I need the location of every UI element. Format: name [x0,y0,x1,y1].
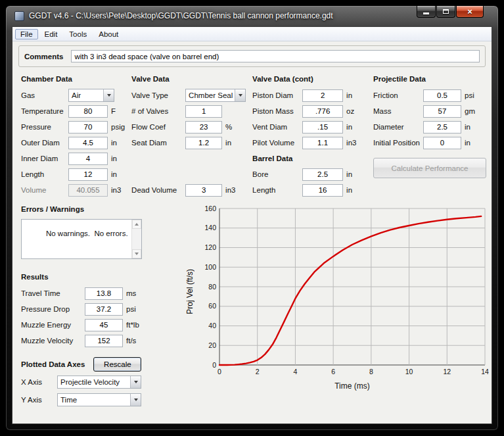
friction-label: Friction [373,91,423,99]
flow-coef-unit: % [225,123,232,131]
piston-mass-label: Piston Mass [252,107,302,115]
chevron-down-icon[interactable] [130,394,141,406]
chamber-length-unit: in [111,170,117,178]
field-row-vent-diam: Vent Diam in [252,119,367,135]
x-axis-label: X Axis [21,378,57,386]
arrow-icon [134,381,138,383]
outer-diam-label: Outer Diam [21,139,68,147]
pressure-input[interactable] [68,121,108,133]
piston-mass-input[interactable] [302,105,343,118]
muzzle-velocity-input[interactable] [85,335,123,347]
field-row-piston-diam: Piston Diam in [252,87,367,103]
y-axis-label: Y Axis [21,396,57,404]
svg-text:100: 100 [204,263,216,271]
comments-label: Comments [24,53,63,61]
triangle-up-icon [135,223,139,226]
piston-diam-input[interactable] [302,89,343,102]
valve-type-select[interactable]: Chmber Seal [185,89,246,102]
section-valve-data: Valve Data Valve Type Chmber Seal # of V… [131,70,246,198]
chart-svg: 02040608010012014016002468101214 [196,203,492,379]
y-axis-select[interactable]: Time [57,393,141,406]
arrow-icon [134,399,138,401]
menu-item-edit[interactable]: Edit [39,29,63,39]
chart-ylabel: Proj Vel (ft/s) [185,269,195,314]
temperature-input[interactable] [68,105,108,118]
travel-time-input[interactable] [85,287,123,300]
scroll-up-icon[interactable] [132,220,141,229]
app-icon [14,11,24,21]
comments-input[interactable] [71,50,480,62]
piston-mass-unit: oz [346,107,354,115]
initial-position-input[interactable] [423,137,461,149]
diameter-input[interactable] [423,121,461,133]
barrel-length-label: Length [252,186,302,194]
maximize-icon [443,9,449,14]
minimize-button[interactable] [417,6,436,18]
field-row-diameter: Diameter in [373,119,486,135]
pressure-drop-unit: psi [126,305,136,313]
svg-text:8: 8 [369,368,373,375]
svg-text:0: 0 [218,368,221,375]
field-row-travel-time: Travel Time ms [21,285,185,301]
outer-diam-input[interactable] [68,137,108,149]
calculate-performance-button[interactable]: Calculate Performance [373,158,486,178]
triangle-down-icon [135,253,139,255]
projectile-title: Projectile Data [373,70,486,87]
x-axis-select[interactable]: Projectile Velocity [57,375,141,389]
seat-diam-input[interactable] [185,137,222,149]
field-row-muzzle-velocity: Muzzle Velocity ft/s [21,333,185,349]
bore-input[interactable] [302,168,343,181]
barrel-length-input[interactable] [302,184,343,197]
temperature-label: Temperature [21,107,68,115]
field-row-num-valves: # of Valves [131,103,246,119]
dead-volume-input[interactable] [185,184,222,197]
field-row-seat-diam: Seat Diam in [131,135,246,151]
errors-text: No warnings. No errors. [46,230,128,237]
gas-select[interactable]: Air [68,89,114,102]
inner-diam-input[interactable] [68,153,108,165]
spacer [131,166,246,182]
close-button[interactable]: × [456,6,484,18]
friction-input[interactable] [423,89,461,102]
muzzle-energy-input[interactable] [85,319,123,331]
valve-cont-title: Valve Data (cont) [252,70,367,87]
arrow-icon [107,94,111,97]
field-row-pilot-volume: Pilot Volume in3 [252,135,367,151]
pilot-volume-input[interactable] [302,137,343,149]
field-row-y-axis: Y Axis Time [21,391,185,408]
chamber-length-input[interactable] [68,168,108,181]
menubar: File Edit Tools About [12,27,492,41]
menu-item-about[interactable]: About [93,29,124,39]
menu-item-file[interactable]: File [15,29,38,39]
muzzle-energy-label: Muzzle Energy [21,321,85,329]
piston-diam-unit: in [346,91,352,99]
bore-unit: in [346,170,352,178]
volume-unit: in3 [111,186,121,194]
inner-diam-unit: in [111,155,117,162]
vent-diam-unit: in [346,123,352,131]
caption-buttons: × [416,6,484,18]
scroll-down-icon[interactable] [132,249,141,258]
errors-textbox[interactable]: No warnings. No errors. [21,219,142,259]
data-panel: Chamber Data Gas Air Temperature F Press… [12,69,492,198]
section-valve-data-cont: Valve Data (cont) Piston Diam in Piston … [252,70,367,198]
field-row-flow-coef: Flow Coef % [131,119,246,135]
chevron-down-icon[interactable] [103,89,114,101]
pressure-drop-input[interactable] [85,303,123,316]
num-valves-input[interactable] [185,105,222,118]
field-row-bore: Bore in [252,166,367,182]
mass-input[interactable] [423,105,461,118]
gas-value: Air [69,89,103,101]
svg-text:120: 120 [204,243,216,251]
initial-position-unit: in [465,139,470,147]
rescale-button[interactable]: Rescale [93,357,141,372]
maximize-button[interactable] [436,6,455,18]
chevron-down-icon[interactable] [235,89,245,101]
vent-diam-input[interactable] [302,121,343,133]
menu-item-tools[interactable]: Tools [64,29,92,39]
chevron-down-icon[interactable] [130,376,141,388]
errors-scrollbar[interactable] [131,220,141,258]
flow-coef-input[interactable] [185,121,222,133]
errors-title: Errors / Warnings [21,201,185,218]
field-row-temperature: Temperature F [21,103,125,119]
